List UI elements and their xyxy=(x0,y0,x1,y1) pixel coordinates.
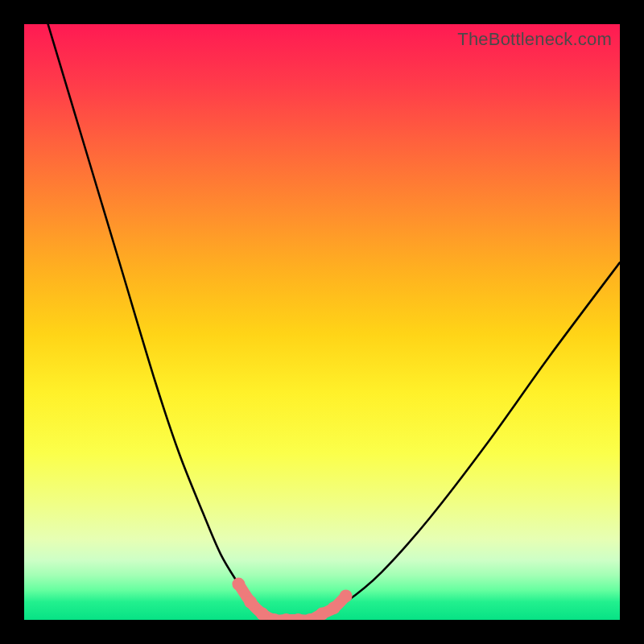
chart-svg xyxy=(24,24,620,620)
optimal-range-marker-dots xyxy=(232,578,352,620)
optimal-range-marker-path xyxy=(238,584,345,620)
svg-point-4 xyxy=(280,613,293,620)
svg-point-2 xyxy=(256,608,269,620)
svg-point-9 xyxy=(340,589,353,602)
svg-point-7 xyxy=(316,608,328,620)
svg-point-6 xyxy=(303,613,316,620)
svg-point-3 xyxy=(268,613,281,620)
chart-plot-area: TheBottleneck.com xyxy=(24,24,620,620)
svg-point-8 xyxy=(328,601,341,614)
bottleneck-curve-path xyxy=(48,24,620,620)
watermark-label: TheBottleneck.com xyxy=(457,29,612,50)
svg-point-5 xyxy=(291,613,304,620)
svg-point-0 xyxy=(232,578,245,591)
chart-frame: TheBottleneck.com xyxy=(0,0,644,644)
svg-point-1 xyxy=(244,596,257,609)
